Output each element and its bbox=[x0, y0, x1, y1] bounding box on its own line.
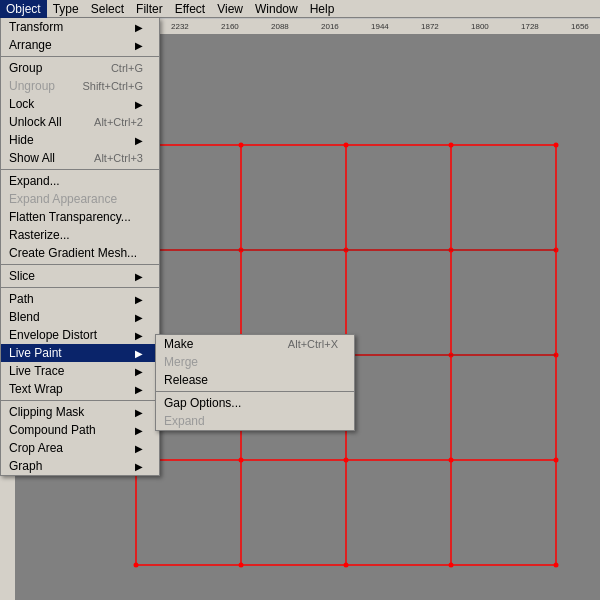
object-dropdown-menu: Transform ▶ Arrange ▶ Group Ctrl+G Ungro… bbox=[0, 18, 160, 476]
menu-item-lock[interactable]: Lock ▶ bbox=[1, 95, 159, 113]
submenu-item-merge[interactable]: Merge bbox=[156, 353, 354, 371]
submenu-arrow-slice: ▶ bbox=[135, 271, 143, 282]
menubar-item-window[interactable]: Window bbox=[249, 0, 304, 18]
menubar-item-view[interactable]: View bbox=[211, 0, 249, 18]
menu-item-unlock-all[interactable]: Unlock All Alt+Ctrl+2 bbox=[1, 113, 159, 131]
menu-item-crop-area[interactable]: Crop Area ▶ bbox=[1, 439, 159, 457]
separator-2 bbox=[1, 169, 159, 170]
menu-item-transform[interactable]: Transform ▶ bbox=[1, 18, 159, 36]
menu-item-clipping-mask[interactable]: Clipping Mask ▶ bbox=[1, 403, 159, 421]
submenu-item-release[interactable]: Release bbox=[156, 371, 354, 389]
menu-item-expand-appearance[interactable]: Expand Appearance bbox=[1, 190, 159, 208]
submenu-arrow-live-paint: ▶ bbox=[135, 348, 143, 359]
live-paint-submenu: Make Alt+Ctrl+X Merge Release Gap Option… bbox=[155, 334, 355, 431]
svg-text:1944: 1944 bbox=[371, 22, 389, 31]
menu-item-flatten-transparency[interactable]: Flatten Transparency... bbox=[1, 208, 159, 226]
svg-point-46 bbox=[449, 563, 454, 568]
submenu-arrow-envelope-distort: ▶ bbox=[135, 330, 143, 341]
svg-point-26 bbox=[449, 143, 454, 148]
menu-item-envelope-distort[interactable]: Envelope Distort ▶ bbox=[1, 326, 159, 344]
menu-item-slice[interactable]: Slice ▶ bbox=[1, 267, 159, 285]
menubar: Object Type Select Filter Effect View Wi… bbox=[0, 0, 600, 18]
menubar-item-object[interactable]: Object bbox=[0, 0, 47, 18]
svg-text:2232: 2232 bbox=[171, 22, 189, 31]
menu-item-show-all[interactable]: Show All Alt+Ctrl+3 bbox=[1, 149, 159, 167]
separator-3 bbox=[1, 264, 159, 265]
submenu-arrow-lock: ▶ bbox=[135, 99, 143, 110]
menubar-item-effect[interactable]: Effect bbox=[169, 0, 211, 18]
menu-item-live-paint[interactable]: Live Paint ▶ bbox=[1, 344, 159, 362]
shortcut-unlock-all: Alt+Ctrl+2 bbox=[94, 116, 143, 128]
svg-point-44 bbox=[239, 563, 244, 568]
svg-text:2160: 2160 bbox=[221, 22, 239, 31]
submenu-arrow-compound-path: ▶ bbox=[135, 425, 143, 436]
menubar-item-type[interactable]: Type bbox=[47, 0, 85, 18]
submenu-arrow-blend: ▶ bbox=[135, 312, 143, 323]
menu-item-text-wrap[interactable]: Text Wrap ▶ bbox=[1, 380, 159, 398]
svg-text:1800: 1800 bbox=[471, 22, 489, 31]
svg-text:2016: 2016 bbox=[321, 22, 339, 31]
svg-text:1872: 1872 bbox=[421, 22, 439, 31]
shortcut-group: Ctrl+G bbox=[111, 62, 143, 74]
separator-1 bbox=[1, 56, 159, 57]
submenu-arrow-path: ▶ bbox=[135, 294, 143, 305]
menubar-item-help[interactable]: Help bbox=[304, 0, 341, 18]
submenu-separator-1 bbox=[156, 391, 354, 392]
separator-5 bbox=[1, 400, 159, 401]
submenu-arrow-text-wrap: ▶ bbox=[135, 384, 143, 395]
submenu-arrow-arrange: ▶ bbox=[135, 40, 143, 51]
submenu-item-make[interactable]: Make Alt+Ctrl+X bbox=[156, 335, 354, 353]
svg-point-24 bbox=[239, 143, 244, 148]
submenu-arrow-hide: ▶ bbox=[135, 135, 143, 146]
menu-item-rasterize[interactable]: Rasterize... bbox=[1, 226, 159, 244]
submenu-arrow-transform: ▶ bbox=[135, 22, 143, 33]
svg-point-42 bbox=[554, 458, 559, 463]
svg-point-43 bbox=[134, 563, 139, 568]
shortcut-ungroup: Shift+Ctrl+G bbox=[82, 80, 143, 92]
menu-item-graph[interactable]: Graph ▶ bbox=[1, 457, 159, 475]
menu-item-live-trace[interactable]: Live Trace ▶ bbox=[1, 362, 159, 380]
svg-point-45 bbox=[344, 563, 349, 568]
svg-point-25 bbox=[344, 143, 349, 148]
menubar-item-select[interactable]: Select bbox=[85, 0, 130, 18]
menu-item-ungroup[interactable]: Ungroup Shift+Ctrl+G bbox=[1, 77, 159, 95]
menu-item-create-gradient-mesh[interactable]: Create Gradient Mesh... bbox=[1, 244, 159, 262]
svg-point-40 bbox=[344, 458, 349, 463]
menu-item-group[interactable]: Group Ctrl+G bbox=[1, 59, 159, 77]
svg-text:1728: 1728 bbox=[521, 22, 539, 31]
menu-item-blend[interactable]: Blend ▶ bbox=[1, 308, 159, 326]
menu-item-expand[interactable]: Expand... bbox=[1, 172, 159, 190]
menu-item-hide[interactable]: Hide ▶ bbox=[1, 131, 159, 149]
submenu-item-expand[interactable]: Expand bbox=[156, 412, 354, 430]
menu-item-arrange[interactable]: Arrange ▶ bbox=[1, 36, 159, 54]
submenu-arrow-graph: ▶ bbox=[135, 461, 143, 472]
menubar-item-filter[interactable]: Filter bbox=[130, 0, 169, 18]
submenu-arrow-live-trace: ▶ bbox=[135, 366, 143, 377]
shortcut-show-all: Alt+Ctrl+3 bbox=[94, 152, 143, 164]
shortcut-make: Alt+Ctrl+X bbox=[288, 338, 338, 350]
svg-point-41 bbox=[449, 458, 454, 463]
svg-point-39 bbox=[239, 458, 244, 463]
submenu-arrow-clipping-mask: ▶ bbox=[135, 407, 143, 418]
svg-text:2088: 2088 bbox=[271, 22, 289, 31]
separator-4 bbox=[1, 287, 159, 288]
svg-text:1656: 1656 bbox=[571, 22, 589, 31]
svg-point-47 bbox=[554, 563, 559, 568]
svg-point-27 bbox=[554, 143, 559, 148]
submenu-item-gap-options[interactable]: Gap Options... bbox=[156, 394, 354, 412]
menu-item-compound-path[interactable]: Compound Path ▶ bbox=[1, 421, 159, 439]
submenu-arrow-crop-area: ▶ bbox=[135, 443, 143, 454]
menu-item-path[interactable]: Path ▶ bbox=[1, 290, 159, 308]
